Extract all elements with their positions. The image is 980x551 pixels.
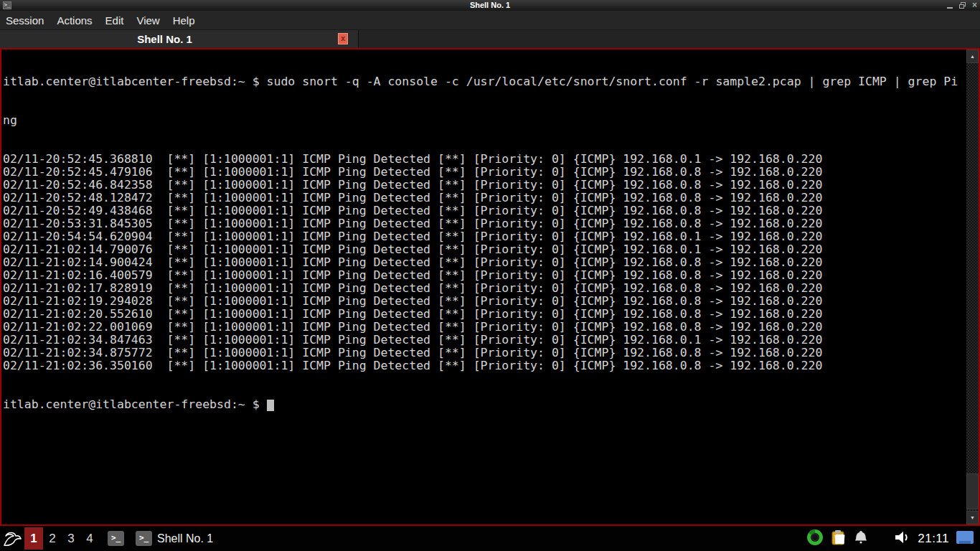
restore-button-icon[interactable] [959,2,966,9]
notification-bell-icon[interactable] [854,529,868,548]
tray-status-ring-icon[interactable] [806,529,824,549]
command-wrap-line: ng [3,114,965,127]
workspace-1[interactable]: 1 [24,527,43,550]
clipboard-icon[interactable] [830,529,847,549]
log-line: 02/11-21:02:20.552610 [**] [1:1000001:1]… [3,308,965,321]
scroll-up-icon[interactable]: ▲ [966,50,979,63]
task-terminal-icon: >_ [136,531,152,546]
close-button-icon[interactable]: × [972,1,977,10]
menu-session[interactable]: Session [6,14,51,27]
taskbar-window-button[interactable]: >_ Shell No. 1 [136,531,213,546]
scrollbar-thumb[interactable] [966,474,979,509]
volume-speaker-icon[interactable] [894,529,911,548]
terminal-content[interactable]: itlab.center@itlabcenter-freebsd:~ $ sud… [3,50,965,524]
log-line: 02/11-20:52:45.368810 [**] [1:1000001:1]… [3,153,965,166]
log-line: 02/11-20:52:49.438468 [**] [1:1000001:1]… [3,204,965,217]
clock[interactable]: 21:11 [918,532,949,546]
menubar: Session Actions Edit View Help [0,11,980,30]
prompt-line: itlab.center@itlabcenter-freebsd:~ $ [3,398,965,411]
wm-bird-logo-icon[interactable] [0,526,24,551]
tab-close-icon[interactable]: x [338,33,348,44]
workspace-2[interactable]: 2 [43,527,62,550]
terminal-launcher-icon[interactable]: >_ [108,531,124,546]
log-lines: 02/11-20:52:45.368810 [**] [1:1000001:1]… [3,153,965,372]
command-line: itlab.center@itlabcenter-freebsd:~ $ sud… [3,75,965,88]
tab-bar: Shell No. 1 x [0,30,980,48]
workspace-3[interactable]: 3 [62,527,80,550]
minimize-button-icon[interactable] [947,7,953,9]
menu-actions[interactable]: Actions [57,14,99,27]
log-line: 02/11-21:02:17.828919 [**] [1:1000001:1]… [3,282,965,295]
log-line: 02/11-20:52:48.128472 [**] [1:1000001:1]… [3,192,965,204]
log-line: 02/11-21:02:14.900424 [**] [1:1000001:1]… [3,256,965,269]
prompt-text: itlab.center@itlabcenter-freebsd:~ $ [3,397,267,411]
log-line: 02/11-20:52:46.842358 [**] [1:1000001:1]… [3,179,965,192]
taskbar: 1 2 3 4 >_ >_ Shell No. 1 [0,526,980,551]
task-window-label: Shell No. 1 [157,532,213,545]
log-line: 02/11-21:02:22.001069 [**] [1:1000001:1]… [3,321,965,334]
workspace-4[interactable]: 4 [80,527,99,550]
titlebar[interactable]: >_ Shell No. 1 × [0,0,980,11]
scrollbar-track[interactable] [966,63,979,511]
log-line: 02/11-21:02:19.294028 [**] [1:1000001:1]… [3,295,965,308]
show-desktop-icon[interactable] [956,529,974,549]
log-line: 02/11-21:02:14.790076 [**] [1:1000001:1]… [3,243,965,256]
restore-front-square [959,4,964,9]
menu-view[interactable]: View [136,14,166,27]
tab-label: Shell No. 1 [0,30,329,48]
window-title: Shell No. 1 [0,0,980,11]
log-line: 02/11-21:02:36.350160 [**] [1:1000001:1]… [3,359,965,372]
scroll-down-icon[interactable]: ▼ [966,511,979,524]
terminal-window[interactable]: itlab.center@itlabcenter-freebsd:~ $ sud… [0,48,980,526]
log-line: 02/11-21:02:34.847463 [**] [1:1000001:1]… [3,334,965,347]
terminal-cursor [267,400,274,411]
log-line: 02/11-20:53:31.845305 [**] [1:1000001:1]… [3,217,965,230]
menu-help[interactable]: Help [173,14,202,27]
tab-shell-1[interactable]: Shell No. 1 x [0,30,359,48]
terminal-scrollbar[interactable]: ▲ ▼ [966,50,979,524]
log-line: 02/11-20:54:54.620904 [**] [1:1000001:1]… [3,230,965,243]
menu-edit[interactable]: Edit [105,14,131,27]
log-line: 02/11-21:02:16.400579 [**] [1:1000001:1]… [3,269,965,282]
log-line: 02/11-20:52:45.479106 [**] [1:1000001:1]… [3,166,965,179]
log-line: 02/11-21:02:34.875772 [**] [1:1000001:1]… [3,347,965,359]
